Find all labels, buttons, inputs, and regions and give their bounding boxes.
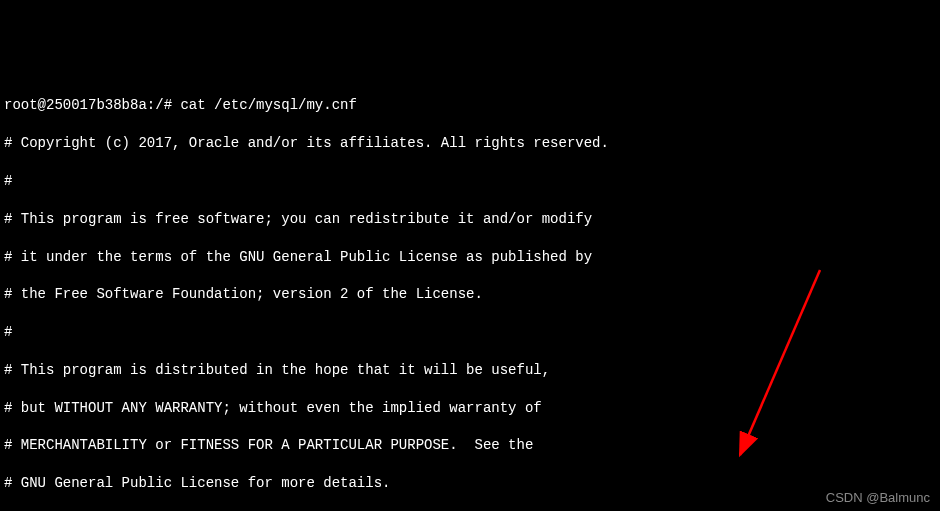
config-line: # Copyright (c) 2017, Oracle and/or its … xyxy=(4,134,936,153)
config-line: # MERCHANTABILITY or FITNESS FOR A PARTI… xyxy=(4,436,936,455)
config-line: # This program is free software; you can… xyxy=(4,210,936,229)
watermark-text: CSDN @Balmunc xyxy=(826,489,930,507)
config-line: # the Free Software Foundation; version … xyxy=(4,285,936,304)
config-line: # xyxy=(4,323,936,342)
config-line: # but WITHOUT ANY WARRANTY; without even… xyxy=(4,399,936,418)
config-line: # This program is distributed in the hop… xyxy=(4,361,936,380)
config-line: # it under the terms of the GNU General … xyxy=(4,248,936,267)
command-prompt: root@250017b38b8a:/# cat /etc/mysql/my.c… xyxy=(4,96,936,115)
config-line: # xyxy=(4,172,936,191)
terminal-output: root@250017b38b8a:/# cat /etc/mysql/my.c… xyxy=(0,76,940,511)
config-line: # GNU General Public License for more de… xyxy=(4,474,936,493)
